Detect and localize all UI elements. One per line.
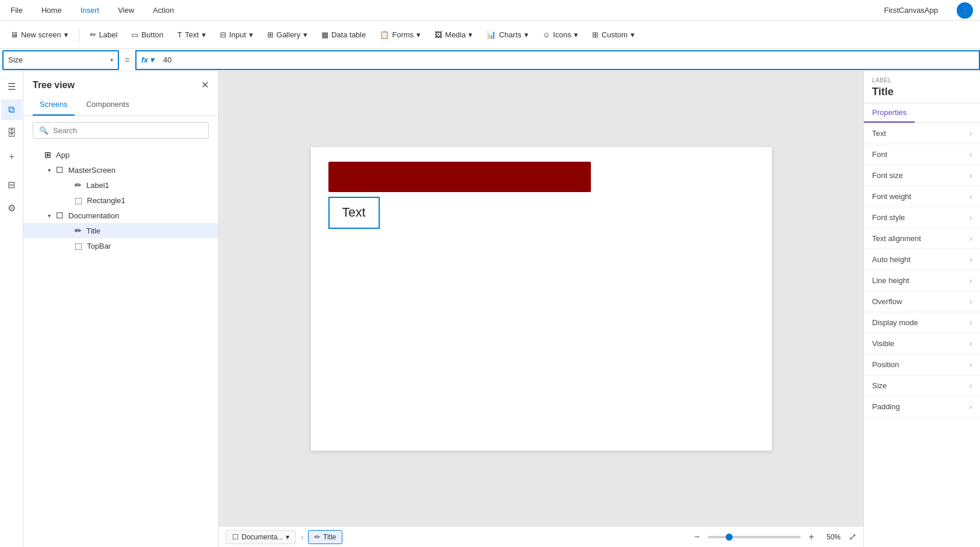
formula-input[interactable] xyxy=(159,50,980,70)
tree-item-title[interactable]: ✏ Title xyxy=(23,223,218,238)
prop-size[interactable]: Size › xyxy=(864,375,980,396)
main-layout: ☰ ⧉ 🗄 ＋ ⊟ ⚙ Tree view ✕ Screens Componen… xyxy=(0,71,980,547)
prop-font-style[interactable]: Font style › xyxy=(864,207,980,228)
data-button[interactable]: 🗄 xyxy=(1,123,22,144)
prop-font[interactable]: Font › xyxy=(864,144,980,165)
prop-text[interactable]: Text › xyxy=(864,123,980,144)
canvas-topbar[interactable] xyxy=(328,162,591,192)
text-button[interactable]: T Text ▾ xyxy=(172,27,212,42)
fullscreen-button[interactable]: ⤢ xyxy=(849,531,856,542)
tree-item-rectangle1[interactable]: ⬚ Rectangle1 xyxy=(23,193,218,208)
rectangle1-icon: ⬚ xyxy=(75,196,82,205)
zoom-controls: − + 50% ⤢ xyxy=(690,530,856,544)
layers-button[interactable]: ⧉ xyxy=(1,99,22,120)
menu-file[interactable]: File xyxy=(7,4,26,17)
canvas-frame[interactable]: Text xyxy=(311,147,772,451)
charts-button[interactable]: 📊 Charts ▾ xyxy=(481,27,534,42)
gallery-icon: ⊞ xyxy=(267,30,274,39)
prop-font-size[interactable]: Font size › xyxy=(864,165,980,186)
prop-overflow[interactable]: Overflow › xyxy=(864,291,980,312)
menu-bar: File Home Insert View Action FirstCanvas… xyxy=(0,0,980,21)
search-input[interactable] xyxy=(53,126,202,135)
masterscreen-expand-icon: ▾ xyxy=(44,167,54,173)
add-button[interactable]: ＋ xyxy=(1,146,22,167)
tree-item-topbar[interactable]: ⬚ TopBar xyxy=(23,238,218,253)
tree-header: Tree view ✕ xyxy=(23,71,218,95)
tab-separator: › xyxy=(300,532,303,542)
prop-font-weight[interactable]: Font weight › xyxy=(864,186,980,207)
menu-view[interactable]: View xyxy=(114,4,138,17)
custom-button[interactable]: ⊞ Custom ▾ xyxy=(586,27,640,42)
tree-close-button[interactable]: ✕ xyxy=(201,79,209,90)
right-panel-tabs: Properties xyxy=(864,103,980,123)
forms-chevron: ▾ xyxy=(416,30,421,39)
tab-properties[interactable]: Properties xyxy=(864,103,915,123)
input-icon: ⊟ xyxy=(220,30,226,39)
bottom-tab-title[interactable]: ✏ Title xyxy=(308,530,342,544)
new-screen-button[interactable]: 🖥 New screen ▾ xyxy=(5,27,74,42)
search-container[interactable]: 🔍 xyxy=(33,122,209,139)
tree-item-app[interactable]: ⊞ App xyxy=(23,147,218,162)
tree-title: Tree view xyxy=(33,80,201,90)
documentation-icon: ☐ xyxy=(56,211,64,220)
prop-position[interactable]: Position › xyxy=(864,354,980,375)
input-button[interactable]: ⊟ Input ▾ xyxy=(214,27,259,42)
data-table-button[interactable]: ▦ Data table xyxy=(316,27,372,42)
tab-screens[interactable]: Screens xyxy=(33,95,75,116)
canvas-text-element[interactable]: Text xyxy=(328,197,380,229)
media-icon: 🖼 xyxy=(435,30,442,39)
icon-bar: ☰ ⧉ 🗄 ＋ ⊟ ⚙ xyxy=(0,71,23,547)
hamburger-button[interactable]: ☰ xyxy=(1,76,22,97)
forms-button[interactable]: 📋 Forms ▾ xyxy=(374,27,426,42)
menu-insert[interactable]: Insert xyxy=(77,4,103,17)
zoom-slider[interactable] xyxy=(708,536,801,538)
masterscreen-label: MasterScreen xyxy=(68,166,209,175)
tree-panel: Tree view ✕ Screens Components 🔍 ⊞ App ▾ xyxy=(23,71,219,547)
zoom-out-button[interactable]: − xyxy=(690,530,704,544)
formula-fx-button[interactable]: fx ▾ xyxy=(135,50,159,70)
menu-action[interactable]: Action xyxy=(149,4,177,17)
settings-button[interactable]: ⚙ xyxy=(1,197,22,218)
prop-padding[interactable]: Padding › xyxy=(864,396,980,417)
prop-display-mode[interactable]: Display mode › xyxy=(864,312,980,333)
user-avatar[interactable]: 👤 xyxy=(957,2,973,19)
icons-button[interactable]: ☺ Icons ▾ xyxy=(537,27,584,42)
right-panel-label: LABEL xyxy=(864,71,980,85)
charts-icon: 📊 xyxy=(487,30,496,39)
media-button[interactable]: 🖼 Media ▾ xyxy=(429,27,478,42)
topbar-icon: ⬚ xyxy=(75,241,82,250)
media-chevron: ▾ xyxy=(468,30,473,39)
text-chevron: ▾ xyxy=(202,30,206,39)
property-selector[interactable]: Size ▾ xyxy=(2,50,119,70)
tab-components[interactable]: Components xyxy=(79,95,136,116)
tree-item-documentation[interactable]: ▾ ☐ Documentation ••• xyxy=(23,208,218,223)
new-screen-chevron: ▾ xyxy=(64,30,68,39)
right-panel-title: Title xyxy=(864,85,980,103)
topbar-label: TopBar xyxy=(87,242,209,250)
button-button[interactable]: ▭ Button xyxy=(125,27,169,42)
icons-chevron: ▾ xyxy=(574,30,578,39)
menu-home[interactable]: Home xyxy=(38,4,65,17)
gallery-button[interactable]: ⊞ Gallery ▾ xyxy=(261,27,313,42)
documentation-label: Documentation xyxy=(68,211,198,220)
prop-text-alignment[interactable]: Text alignment › xyxy=(864,228,980,249)
bottom-tab-documentation[interactable]: ☐ Documenta... ▾ xyxy=(226,530,296,544)
bottom-bar: ☐ Documenta... ▾ › ✏ Title − + 50% ⤢ xyxy=(219,526,863,547)
charts-chevron: ▾ xyxy=(524,30,528,39)
masterscreen-icon: ☐ xyxy=(56,165,64,175)
toolbar: 🖥 New screen ▾ ✏ Label ▭ Button T Text ▾… xyxy=(0,21,980,49)
tree-item-label1[interactable]: ✏ Label1 xyxy=(23,177,218,193)
properties-list: Text › Font › Font size › Font weight › … xyxy=(864,123,980,547)
prop-auto-height[interactable]: Auto height › xyxy=(864,249,980,270)
prop-visible[interactable]: Visible › xyxy=(864,333,980,354)
tree-item-masterscreen[interactable]: ▾ ☐ MasterScreen xyxy=(23,162,218,177)
prop-line-height[interactable]: Line height › xyxy=(864,270,980,291)
components-button[interactable]: ⊟ xyxy=(1,174,22,195)
title-label: Title xyxy=(86,227,209,235)
label-button[interactable]: ✏ Label xyxy=(84,27,124,42)
zoom-in-button[interactable]: + xyxy=(804,530,818,544)
canvas-viewport[interactable]: Text xyxy=(219,71,863,526)
screen-icon: 🖥 xyxy=(10,30,18,39)
search-icon: 🔍 xyxy=(39,126,48,135)
data-table-icon: ▦ xyxy=(321,30,328,39)
